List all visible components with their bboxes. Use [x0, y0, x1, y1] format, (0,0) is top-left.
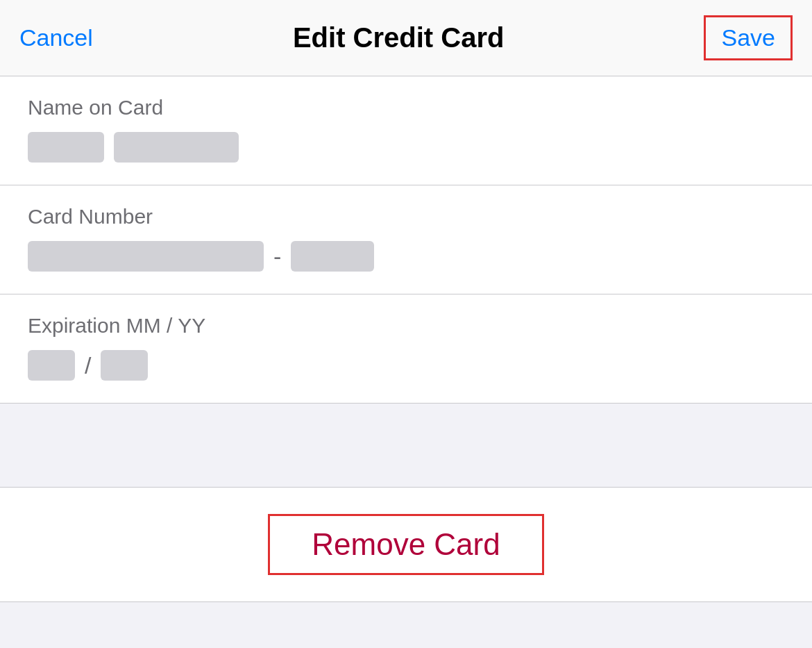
save-button[interactable]: Save: [704, 15, 793, 60]
expiration-label: Expiration MM / YY: [28, 314, 784, 338]
last-name-input[interactable]: [114, 132, 239, 163]
first-name-input[interactable]: [28, 132, 104, 163]
card-number-main-input[interactable]: [28, 241, 264, 272]
page: Cancel Edit Credit Card Save Name on Car…: [0, 0, 812, 648]
header: Cancel Edit Credit Card Save: [0, 0, 812, 76]
bottom-spacer: [0, 602, 812, 648]
card-number-section: Card Number -: [0, 185, 812, 294]
cancel-button[interactable]: Cancel: [19, 24, 93, 51]
remove-card-button[interactable]: Remove Card: [268, 514, 543, 575]
expiration-month-input[interactable]: [28, 350, 75, 381]
remove-card-section: Remove Card: [0, 487, 812, 602]
expiration-inputs: /: [28, 350, 784, 381]
name-on-card-section: Name on Card: [0, 76, 812, 185]
page-title: Edit Credit Card: [293, 22, 504, 53]
expiration-separator: /: [85, 352, 91, 379]
name-on-card-inputs: [28, 132, 784, 163]
gap-section: [0, 404, 812, 487]
card-number-separator: -: [273, 243, 281, 270]
name-on-card-label: Name on Card: [28, 96, 784, 119]
expiration-section: Expiration MM / YY /: [0, 294, 812, 404]
card-number-label: Card Number: [28, 205, 784, 229]
form-sections: Name on Card Card Number - Expiration MM…: [0, 76, 812, 404]
expiration-year-input[interactable]: [101, 350, 148, 381]
card-number-inputs: -: [28, 241, 784, 272]
card-number-suffix-input[interactable]: [291, 241, 374, 272]
